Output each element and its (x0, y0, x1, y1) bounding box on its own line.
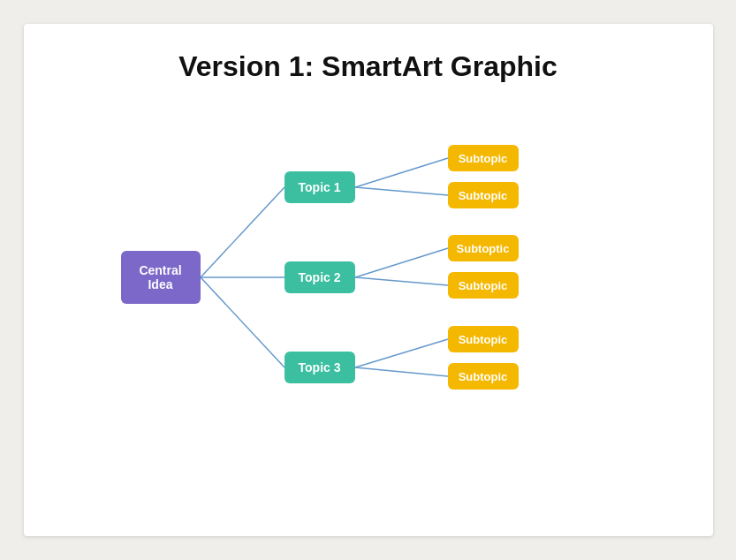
svg-line-7 (355, 339, 448, 367)
subtopic-2-node: Subtopic (448, 182, 519, 208)
topic-3-node: Topic 3 (285, 352, 355, 383)
svg-line-5 (355, 248, 448, 277)
subtopic-6-node: Subtopic (448, 363, 519, 390)
svg-line-0 (201, 187, 285, 277)
svg-line-3 (355, 158, 448, 187)
subtopic-1-node: Subtopic (448, 145, 519, 171)
svg-line-6 (355, 277, 448, 285)
slide-title: Version 1: SmartArt Graphic (178, 50, 558, 83)
svg-line-8 (355, 367, 448, 376)
central-idea-node: Central Idea (121, 251, 201, 304)
subtopic-5-node: Subtopic (448, 326, 519, 352)
subtopic-3-node: Subtoptic (448, 235, 519, 261)
subtopic-4-node: Subtopic (448, 272, 519, 299)
svg-line-2 (201, 277, 285, 367)
diagram: Central Idea Topic 1 Topic 2 Topic 3 Sub… (121, 110, 616, 445)
topic-2-node: Topic 2 (285, 261, 355, 293)
topic-1-node: Topic 1 (285, 171, 355, 203)
slide: Version 1: SmartArt Graphic Central Idea (24, 24, 713, 536)
svg-line-4 (355, 187, 448, 195)
